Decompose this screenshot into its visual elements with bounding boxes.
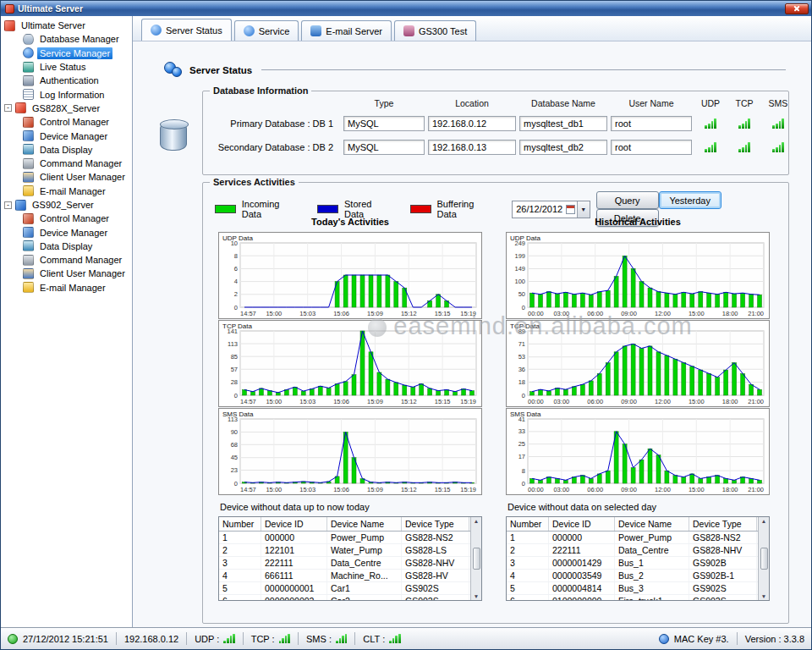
svg-text:UDP Data: UDP Data: [222, 234, 253, 242]
sidebar-item-device-manager[interactable]: Device Manager: [1, 129, 132, 142]
tab-service[interactable]: Service: [234, 20, 299, 41]
sidebar-item-gs828x-server[interactable]: -GS828X_Server: [1, 102, 132, 115]
svg-text:00:00: 00:00: [528, 398, 544, 405]
signal-bars-icon: [705, 142, 716, 151]
table-row[interactable]: 4666111Machine_Ro...GS828-HV: [219, 570, 481, 582]
scroll-thumb[interactable]: [473, 548, 480, 570]
sidebar-item-control-manager[interactable]: Control Manager: [1, 115, 132, 129]
scroll-down-icon[interactable]: ▼: [761, 593, 766, 599]
sidebar-item-control-manager[interactable]: Control Manager: [1, 212, 132, 225]
database-icon: [160, 122, 187, 151]
svg-text:15:09: 15:09: [367, 398, 383, 405]
tree-expander-icon[interactable]: -: [4, 104, 12, 112]
device-table-today: NumberDevice IDDevice NameDevice Type 10…: [218, 516, 482, 601]
table-cell: GS902B-1: [689, 570, 757, 581]
db-user-field[interactable]: root: [611, 140, 692, 155]
today-column: 024681014:5715:0015:0315:0615:0915:1215:…: [218, 232, 482, 601]
close-button[interactable]: [785, 3, 809, 14]
client-icon: [23, 268, 34, 279]
table-body: 1000000Power_PumpGS828-NS22222111Data_Ce…: [507, 532, 769, 601]
app-window: Ultimate Server Ultimate ServerDatabase …: [0, 0, 812, 650]
sidebar-item-live-status[interactable]: Live Status: [1, 60, 132, 74]
table-cell: Data_Centre: [615, 544, 689, 556]
db-location-field[interactable]: 192.168.0.12: [428, 116, 516, 131]
db-type-field[interactable]: MySQL: [343, 140, 425, 155]
sidebar-item-command-manager[interactable]: Command Manager: [1, 253, 132, 267]
date-picker[interactable]: 26/12/2012 ▼: [512, 201, 590, 218]
sidebar-item-client-user-manager[interactable]: Client User Manager: [1, 170, 132, 184]
table-cell: Bus_3: [615, 582, 689, 594]
yesterday-button[interactable]: Yesterday: [659, 191, 721, 209]
sidebar-item-label: Ultimate Server: [19, 19, 88, 31]
table-row[interactable]: 50000000001Car1GS902S: [219, 582, 481, 595]
sidebar-item-database-manager[interactable]: Database Manager: [1, 32, 132, 46]
table-scrollbar[interactable]: ▲▼: [470, 517, 481, 600]
table-row[interactable]: 50000004814Bus_3GS902S: [507, 582, 769, 595]
sidebar-item-gs902-server[interactable]: -GS902_Server: [1, 198, 132, 212]
table-cell: 0100000000: [549, 595, 615, 601]
chart-today-udp: 024681014:5715:0015:0315:0615:0915:1215:…: [218, 232, 482, 319]
table-scrollbar[interactable]: ▲▼: [758, 517, 769, 600]
svg-text:15:06: 15:06: [333, 310, 349, 317]
db-name-field[interactable]: mysqltest_db1: [519, 116, 607, 131]
svg-text:15:19: 15:19: [460, 398, 476, 405]
service-icon: [23, 47, 34, 58]
svg-text:18:00: 18:00: [722, 398, 738, 405]
sidebar-item-e-mail-manager[interactable]: E-mail Manager: [1, 281, 132, 295]
table-row[interactable]: 30000001429Bus_1GS902B: [507, 557, 769, 570]
device-table-selected-day: NumberDevice IDDevice NameDevice Type 10…: [506, 516, 770, 601]
column-header: Device Type: [689, 517, 757, 531]
table-row[interactable]: 2222111Data_CentreGS828-NHV: [507, 544, 769, 557]
db-user-field[interactable]: root: [611, 116, 692, 131]
control-icon: [23, 213, 34, 224]
sidebar-item-label: Command Manager: [37, 157, 124, 169]
scroll-thumb[interactable]: [760, 548, 768, 570]
titlebar[interactable]: Ultimate Server: [1, 1, 811, 16]
svg-text:25: 25: [518, 440, 525, 448]
scroll-down-icon[interactable]: ▼: [474, 593, 479, 599]
column-header: Device Name: [615, 517, 689, 531]
sidebar-item-e-mail-manager[interactable]: E-mail Manager: [1, 185, 132, 198]
scroll-up-icon[interactable]: ▲: [761, 518, 766, 524]
table-row[interactable]: 60000000002Car2GS902S: [219, 595, 481, 601]
table-row[interactable]: 1000000Power_PumpGS828-NS2: [507, 532, 769, 544]
db-location-field[interactable]: 192.168.0.13: [428, 140, 516, 155]
sidebar-item-log-information[interactable]: Log Information: [1, 87, 132, 101]
svg-text:15:00: 15:00: [266, 310, 282, 317]
scroll-up-icon[interactable]: ▲: [474, 518, 479, 524]
sidebar-item-authentication[interactable]: Authentication: [1, 74, 132, 87]
svg-text:TCP Data: TCP Data: [222, 322, 253, 330]
header-divider: [261, 69, 786, 70]
status-mac-key: MAC Key #3.: [674, 634, 729, 644]
tab-gs300-test[interactable]: GS300 Test: [394, 20, 476, 41]
live-icon: [23, 62, 34, 73]
sidebar-item-ultimate-server[interactable]: Ultimate Server: [1, 19, 132, 32]
dropdown-arrow-icon[interactable]: ▼: [577, 201, 590, 218]
tabbar: Server StatusServiceE-mail ServerGS300 T…: [133, 16, 811, 41]
svg-text:0: 0: [522, 480, 525, 488]
db-type-field[interactable]: MySQL: [343, 116, 425, 131]
tab-e-mail-server[interactable]: E-mail Server: [301, 20, 392, 41]
sidebar-item-command-manager[interactable]: Command Manager: [1, 157, 132, 170]
table-row[interactable]: 2122101Water_PumpGS828-LS: [219, 544, 481, 557]
table-row[interactable]: 40000003549Bus_2GS902B-1: [507, 570, 769, 582]
db-name-field[interactable]: mysqltest_db2: [519, 140, 607, 155]
table-row[interactable]: 3222111Data_CentreGS828-NHV: [219, 557, 481, 570]
sidebar-item-data-display[interactable]: Data Display: [1, 240, 132, 253]
table-row[interactable]: 60100000000Fire_truck1GS902S: [507, 595, 769, 601]
table-cell: GS828-LS: [402, 544, 469, 556]
tree-expander-icon[interactable]: -: [4, 201, 12, 209]
query-button[interactable]: Query: [596, 191, 659, 209]
table-row[interactable]: 1000000Power_PumpGS828-NS2: [219, 532, 481, 544]
sidebar-item-client-user-manager[interactable]: Client User Manager: [1, 267, 132, 280]
table-cell: 222111: [549, 544, 615, 556]
table-cell: Bus_1: [615, 557, 689, 569]
sidebar-item-data-display[interactable]: Data Display: [1, 143, 132, 157]
server-red2-icon: [15, 102, 26, 113]
svg-text:57: 57: [231, 366, 238, 373]
tab-server-status[interactable]: Server Status: [141, 19, 232, 41]
sidebar-item-device-manager[interactable]: Device Manager: [1, 225, 132, 239]
sidebar-item-service-manager[interactable]: Service Manager: [1, 47, 132, 60]
table-cell: 5: [507, 582, 549, 594]
signal-bars-icon: [738, 118, 749, 128]
